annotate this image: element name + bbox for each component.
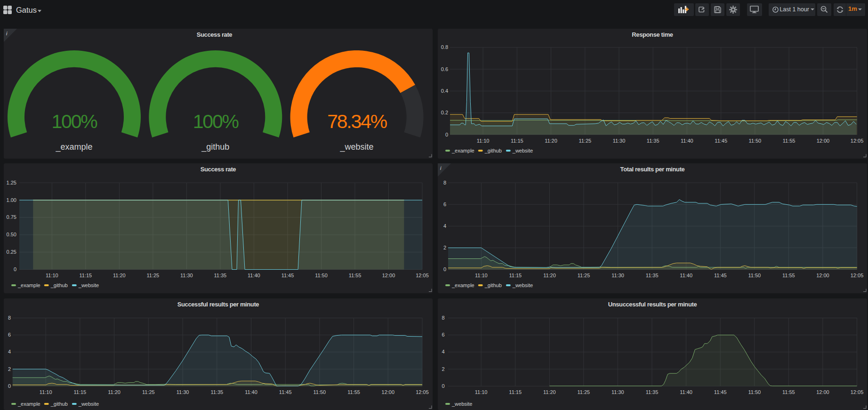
svg-text:11:25: 11:25: [578, 273, 590, 278]
svg-text:_example: _example: [451, 282, 474, 288]
svg-text:11:30: 11:30: [611, 273, 624, 278]
svg-text:11:55: 11:55: [349, 273, 362, 278]
svg-text:_example: _example: [55, 142, 92, 152]
svg-text:_website: _website: [340, 142, 374, 152]
svg-text:11:40: 11:40: [680, 389, 692, 395]
svg-text:11:10: 11:10: [475, 273, 488, 278]
svg-text:12:05: 12:05: [851, 273, 864, 278]
svg-text:12:00: 12:00: [382, 273, 395, 278]
svg-text:11:45: 11:45: [714, 273, 727, 278]
svg-text:11:10: 11:10: [46, 273, 58, 278]
svg-text:Response time: Response time: [632, 31, 673, 38]
svg-text:11:40: 11:40: [681, 138, 693, 144]
svg-text:11:35: 11:35: [646, 389, 659, 395]
svg-text:11:20: 11:20: [543, 273, 556, 278]
svg-text:0.8: 0.8: [441, 44, 448, 50]
svg-text:4: 4: [443, 223, 446, 229]
svg-text:12:00: 12:00: [382, 389, 395, 395]
svg-text:11:15: 11:15: [74, 389, 87, 395]
svg-text:0: 0: [443, 266, 446, 272]
svg-text:0: 0: [8, 383, 11, 389]
svg-text:4: 4: [8, 349, 11, 354]
svg-text:11:25: 11:25: [577, 389, 590, 395]
svg-text:12:00: 12:00: [817, 138, 830, 144]
svg-text:Successful results per minute: Successful results per minute: [177, 301, 259, 308]
svg-text:12:05: 12:05: [416, 389, 429, 395]
svg-text:_github: _github: [484, 148, 502, 153]
svg-text:11:35: 11:35: [214, 273, 227, 278]
svg-text:11:50: 11:50: [315, 273, 328, 278]
svg-text:0.4: 0.4: [441, 88, 448, 94]
svg-text:11:15: 11:15: [509, 273, 522, 278]
svg-text:11:40: 11:40: [245, 389, 257, 395]
svg-text:11:20: 11:20: [113, 273, 126, 278]
svg-text:11:50: 11:50: [748, 273, 761, 278]
svg-text:1.25: 1.25: [7, 180, 16, 185]
svg-text:11:15: 11:15: [80, 273, 92, 278]
svg-text:11:55: 11:55: [347, 389, 360, 395]
svg-text:11:50: 11:50: [313, 389, 326, 395]
svg-text:Unsuccessful results per minut: Unsuccessful results per minute: [608, 301, 697, 308]
svg-text:11:40: 11:40: [680, 273, 692, 278]
svg-text:2: 2: [8, 366, 11, 372]
svg-text:11:30: 11:30: [177, 389, 189, 395]
svg-text:11:10: 11:10: [475, 389, 488, 395]
svg-text:11:35: 11:35: [646, 273, 659, 278]
svg-text:0.50: 0.50: [7, 232, 16, 237]
svg-text:6: 6: [443, 201, 446, 207]
svg-text:8: 8: [8, 315, 11, 321]
svg-text:11:10: 11:10: [40, 389, 52, 395]
svg-text:Total results per minute: Total results per minute: [620, 166, 685, 173]
svg-text:0.75: 0.75: [7, 214, 16, 220]
svg-text:12:05: 12:05: [851, 138, 864, 144]
svg-text:2: 2: [442, 366, 444, 372]
svg-text:4: 4: [442, 349, 444, 354]
svg-text:11:45: 11:45: [281, 273, 294, 278]
svg-text:78.34%: 78.34%: [327, 111, 387, 132]
svg-text:8: 8: [443, 180, 446, 185]
svg-text:12:05: 12:05: [416, 273, 429, 278]
svg-text:11:10: 11:10: [477, 138, 490, 144]
svg-text:_example: _example: [451, 148, 474, 153]
svg-text:11:20: 11:20: [543, 389, 556, 395]
svg-text:11:35: 11:35: [647, 138, 659, 144]
svg-text:11:45: 11:45: [279, 389, 292, 395]
svg-text:11:30: 11:30: [180, 273, 193, 278]
svg-text:0: 0: [445, 132, 448, 137]
svg-text:11:50: 11:50: [748, 389, 761, 395]
svg-text:_github: _github: [484, 282, 502, 288]
svg-text:12:00: 12:00: [816, 273, 829, 278]
svg-text:11:20: 11:20: [108, 389, 121, 395]
svg-text:0.2: 0.2: [441, 110, 448, 115]
svg-text:11:40: 11:40: [248, 273, 260, 278]
svg-text:11:55: 11:55: [783, 138, 796, 144]
svg-text:11:25: 11:25: [142, 389, 155, 395]
svg-text:0.25: 0.25: [7, 249, 16, 255]
svg-text:12:05: 12:05: [851, 389, 864, 395]
svg-text:_website: _website: [512, 282, 533, 288]
svg-text:0: 0: [14, 266, 16, 272]
svg-text:_website: _website: [78, 282, 99, 288]
svg-text:11:55: 11:55: [782, 389, 795, 395]
svg-text:11:15: 11:15: [511, 138, 523, 144]
svg-text:_website: _website: [78, 401, 99, 407]
svg-text:11:25: 11:25: [579, 138, 591, 144]
svg-text:6: 6: [8, 332, 11, 338]
svg-text:11:30: 11:30: [611, 389, 624, 395]
svg-text:11:30: 11:30: [613, 138, 626, 144]
svg-text:Success rate: Success rate: [197, 31, 233, 38]
svg-text:11:55: 11:55: [782, 273, 795, 278]
svg-text:_example: _example: [17, 282, 40, 288]
svg-text:1.00: 1.00: [7, 197, 16, 203]
svg-text:11:45: 11:45: [714, 389, 727, 395]
svg-text:8: 8: [442, 315, 444, 321]
svg-text:_website: _website: [512, 148, 533, 153]
svg-text:11:15: 11:15: [509, 389, 522, 395]
svg-text:11:35: 11:35: [210, 389, 223, 395]
svg-text:6: 6: [442, 332, 444, 338]
svg-text:_github: _github: [50, 282, 68, 288]
svg-text:Success rate: Success rate: [201, 166, 236, 173]
svg-text:12:00: 12:00: [816, 389, 829, 395]
svg-text:_website: _website: [451, 401, 472, 407]
svg-text:100%: 100%: [51, 111, 97, 132]
